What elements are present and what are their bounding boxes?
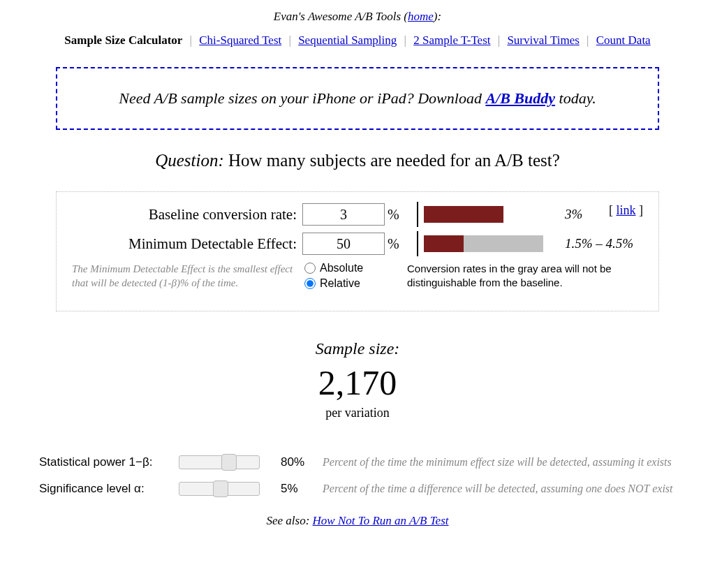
see-also-link[interactable]: How Not To Run an A/B Test xyxy=(313,514,449,527)
gray-note: Conversion rates in the gray area will n… xyxy=(407,262,624,293)
permalink-cell: [ link ] xyxy=(609,203,643,218)
question-line: Question: How many subjects are needed f… xyxy=(0,151,715,170)
radio-relative-label[interactable]: Relative xyxy=(304,277,407,290)
axis-line xyxy=(417,231,418,256)
radio-relative-text: Relative xyxy=(320,277,360,290)
radio-absolute[interactable] xyxy=(304,263,316,274)
axis-line xyxy=(417,202,418,227)
pct-sign: % xyxy=(388,207,411,223)
radio-relative[interactable] xyxy=(304,278,316,289)
permalink[interactable]: link xyxy=(616,203,635,217)
nav-count[interactable]: Count Data xyxy=(596,34,651,47)
baseline-bar-track xyxy=(424,206,556,223)
power-row: Statistical power 1−β: 80% Percent of th… xyxy=(39,455,676,469)
bracket-close: ] xyxy=(636,203,644,217)
nav-survival[interactable]: Survival Times xyxy=(507,34,579,47)
header-suffix: ): xyxy=(434,10,441,23)
mde-row: Minimum Detectable Effect: % 1.5% – 4.5% xyxy=(72,233,643,255)
power-value: 80% xyxy=(281,455,323,469)
baseline-bar-area: 3% xyxy=(424,206,582,223)
result-per: per variation xyxy=(0,406,715,420)
mde-bar-grey xyxy=(464,235,543,252)
nav-chi-squared[interactable]: Chi-Squared Test xyxy=(199,34,281,47)
promo-after: today. xyxy=(555,89,596,107)
power-slider[interactable] xyxy=(179,455,260,469)
alpha-slider[interactable] xyxy=(179,482,260,496)
promo-link[interactable]: A/B Buddy xyxy=(485,89,555,107)
nav-ttest[interactable]: 2 Sample T-Test xyxy=(413,34,490,47)
see-also-prefix: See also: xyxy=(266,514,312,527)
nav-sequential[interactable]: Sequential Sampling xyxy=(298,34,397,47)
baseline-label: Baseline conversion rate: xyxy=(72,206,302,223)
promo-before: Need A/B sample sizes on your iPhone or … xyxy=(119,89,485,107)
mde-bar-area: 1.5% – 4.5% xyxy=(424,235,633,252)
alpha-label: Significance level α: xyxy=(39,482,179,496)
header-line: Evan's Awesome A/B Tools (home): xyxy=(0,10,715,24)
panel-notes-row: The Minimum Detectable Effect is the sma… xyxy=(72,262,643,293)
alpha-slider-thumb[interactable] xyxy=(213,480,228,497)
alpha-value: 5% xyxy=(281,482,323,496)
input-panel: Baseline conversion rate: % 3% [ link ] … xyxy=(56,191,659,311)
bracket-open: [ xyxy=(609,203,617,217)
mde-bar-track xyxy=(424,235,556,252)
result-block: Sample size: 2,170 per variation xyxy=(0,339,715,420)
nav-active: Sample Size Calculator xyxy=(64,34,182,47)
power-note: Percent of the time the minimum effect s… xyxy=(323,456,676,469)
nav-sep: | xyxy=(498,34,500,47)
mde-bar-label: 1.5% – 4.5% xyxy=(565,236,633,251)
power-slider-thumb[interactable] xyxy=(221,454,237,471)
mde-input[interactable] xyxy=(302,233,385,255)
pct-sign: % xyxy=(388,236,411,252)
question-text: How many subjects are needed for an A/B … xyxy=(224,151,560,170)
nav-sep: | xyxy=(587,34,589,47)
params-block: Statistical power 1−β: 80% Percent of th… xyxy=(39,455,676,496)
result-label: Sample size: xyxy=(0,339,715,358)
home-link[interactable]: home xyxy=(408,10,434,23)
mde-mode-radios: Absolute Relative xyxy=(302,262,407,293)
alpha-row: Significance level α: 5% Percent of the … xyxy=(39,482,676,496)
mde-bar-dark xyxy=(424,235,464,252)
baseline-row: Baseline conversion rate: % 3% [ link ] xyxy=(72,203,643,226)
mde-label: Minimum Detectable Effect: xyxy=(72,235,302,253)
power-label: Statistical power 1−β: xyxy=(39,455,179,469)
mde-note: The Minimum Detectable Effect is the sma… xyxy=(72,262,302,293)
alpha-note: Percent of the time a difference will be… xyxy=(323,483,676,495)
question-label: Question: xyxy=(155,151,224,170)
radio-absolute-text: Absolute xyxy=(320,262,363,274)
nav-sep: | xyxy=(404,34,406,47)
nav-sep: | xyxy=(288,34,290,47)
promo-box: Need A/B sample sizes on your iPhone or … xyxy=(56,67,659,130)
result-value: 2,170 xyxy=(0,362,715,403)
baseline-bar xyxy=(424,206,503,223)
nav-bar: Sample Size Calculator | Chi-Squared Tes… xyxy=(0,34,715,47)
baseline-bar-label: 3% xyxy=(565,207,582,222)
baseline-input[interactable] xyxy=(302,203,385,226)
nav-sep: | xyxy=(190,34,192,47)
header-prefix: Evan's Awesome A/B Tools ( xyxy=(274,10,408,23)
see-also: See also: How Not To Run an A/B Test xyxy=(0,514,715,528)
radio-absolute-label[interactable]: Absolute xyxy=(304,262,407,274)
